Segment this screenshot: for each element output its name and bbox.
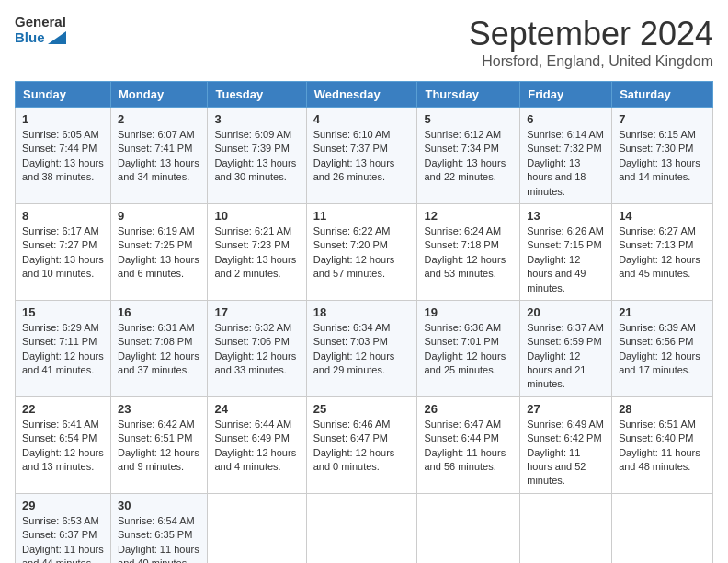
cell-content: Sunrise: 6:39 AMSunset: 6:56 PMDaylight:…	[619, 322, 700, 375]
calendar-week-row: 8 Sunrise: 6:17 AMSunset: 7:27 PMDayligh…	[16, 203, 713, 300]
cell-content: Sunrise: 6:24 AMSunset: 7:18 PMDaylight:…	[424, 225, 506, 279]
day-number: 20	[527, 305, 605, 319]
calendar-cell: 25 Sunrise: 6:46 AMSunset: 6:47 PMDaylig…	[306, 396, 417, 493]
weekday-header: Monday	[111, 82, 208, 108]
weekday-header: Thursday	[417, 82, 520, 108]
cell-content: Sunrise: 6:51 AMSunset: 6:40 PMDaylight:…	[619, 419, 700, 472]
logo-blue: Blue	[15, 30, 66, 46]
cell-content: Sunrise: 6:10 AMSunset: 7:37 PMDaylight:…	[313, 129, 395, 182]
calendar-cell: 29 Sunrise: 6:53 AMSunset: 6:37 PMDaylig…	[16, 493, 111, 563]
day-number: 25	[313, 402, 411, 416]
day-number: 26	[424, 402, 513, 416]
weekday-header-row: SundayMondayTuesdayWednesdayThursdayFrid…	[16, 82, 713, 108]
cell-content: Sunrise: 6:27 AMSunset: 7:13 PMDaylight:…	[619, 225, 700, 279]
calendar-cell: 26 Sunrise: 6:47 AMSunset: 6:44 PMDaylig…	[417, 396, 520, 493]
weekday-header: Sunday	[16, 82, 111, 108]
calendar-cell: 6 Sunrise: 6:14 AMSunset: 7:32 PMDayligh…	[520, 108, 612, 204]
weekday-header: Friday	[520, 82, 612, 108]
day-number: 10	[214, 209, 299, 223]
calendar-cell: 15 Sunrise: 6:29 AMSunset: 7:11 PMDaylig…	[16, 300, 111, 396]
day-number: 15	[22, 305, 104, 319]
cell-content: Sunrise: 6:34 AMSunset: 7:03 PMDaylight:…	[313, 322, 395, 375]
day-number: 4	[313, 112, 411, 126]
calendar-cell: 11 Sunrise: 6:22 AMSunset: 7:20 PMDaylig…	[306, 203, 417, 300]
cell-content: Sunrise: 6:53 AMSunset: 6:37 PMDaylight:…	[22, 515, 104, 563]
cell-content: Sunrise: 6:31 AMSunset: 7:08 PMDaylight:…	[118, 322, 199, 375]
calendar-cell: 1 Sunrise: 6:05 AMSunset: 7:44 PMDayligh…	[16, 108, 111, 204]
svg-marker-0	[48, 31, 66, 44]
calendar-cell: 23 Sunrise: 6:42 AMSunset: 6:51 PMDaylig…	[111, 396, 208, 493]
cell-content: Sunrise: 6:21 AMSunset: 7:23 PMDaylight:…	[214, 225, 296, 279]
day-number: 16	[118, 305, 200, 319]
calendar-cell	[417, 493, 520, 563]
cell-content: Sunrise: 6:26 AMSunset: 7:15 PMDaylight:…	[527, 225, 604, 293]
calendar-cell: 2 Sunrise: 6:07 AMSunset: 7:41 PMDayligh…	[111, 108, 208, 204]
day-number: 24	[214, 402, 299, 416]
header: General Blue September 2024 Horsford, En…	[15, 15, 713, 70]
day-number: 12	[424, 209, 513, 223]
title-area: September 2024 Horsford, England, United…	[469, 15, 713, 70]
cell-content: Sunrise: 6:09 AMSunset: 7:39 PMDaylight:…	[214, 129, 296, 182]
day-number: 1	[22, 112, 104, 126]
cell-content: Sunrise: 6:49 AMSunset: 6:42 PMDaylight:…	[527, 419, 604, 487]
day-number: 5	[424, 112, 513, 126]
calendar-cell	[306, 493, 417, 563]
day-number: 14	[619, 209, 706, 223]
cell-content: Sunrise: 6:05 AMSunset: 7:44 PMDaylight:…	[22, 129, 104, 182]
calendar-cell: 30 Sunrise: 6:54 AMSunset: 6:35 PMDaylig…	[111, 493, 208, 563]
day-number: 29	[22, 499, 104, 512]
day-number: 28	[619, 402, 706, 416]
calendar-cell: 13 Sunrise: 6:26 AMSunset: 7:15 PMDaylig…	[520, 203, 612, 300]
calendar-week-row: 29 Sunrise: 6:53 AMSunset: 6:37 PMDaylig…	[16, 493, 713, 563]
cell-content: Sunrise: 6:46 AMSunset: 6:47 PMDaylight:…	[313, 419, 395, 472]
cell-content: Sunrise: 6:14 AMSunset: 7:32 PMDaylight:…	[527, 129, 604, 197]
cell-content: Sunrise: 6:36 AMSunset: 7:01 PMDaylight:…	[424, 322, 506, 375]
day-number: 8	[22, 209, 104, 223]
calendar-cell: 27 Sunrise: 6:49 AMSunset: 6:42 PMDaylig…	[520, 396, 612, 493]
day-number: 18	[313, 305, 411, 319]
calendar-cell: 14 Sunrise: 6:27 AMSunset: 7:13 PMDaylig…	[612, 203, 713, 300]
calendar-cell: 19 Sunrise: 6:36 AMSunset: 7:01 PMDaylig…	[417, 300, 520, 396]
calendar-cell: 3 Sunrise: 6:09 AMSunset: 7:39 PMDayligh…	[208, 108, 306, 204]
calendar-table: SundayMondayTuesdayWednesdayThursdayFrid…	[15, 81, 713, 563]
cell-content: Sunrise: 6:12 AMSunset: 7:34 PMDaylight:…	[424, 129, 506, 182]
weekday-header: Wednesday	[306, 82, 417, 108]
cell-content: Sunrise: 6:41 AMSunset: 6:54 PMDaylight:…	[22, 419, 104, 472]
day-number: 2	[118, 112, 200, 126]
calendar-week-row: 1 Sunrise: 6:05 AMSunset: 7:44 PMDayligh…	[16, 108, 713, 204]
cell-content: Sunrise: 6:15 AMSunset: 7:30 PMDaylight:…	[619, 129, 700, 182]
logo-arrow-icon	[48, 31, 66, 44]
calendar-cell: 16 Sunrise: 6:31 AMSunset: 7:08 PMDaylig…	[111, 300, 208, 396]
cell-content: Sunrise: 6:22 AMSunset: 7:20 PMDaylight:…	[313, 225, 395, 279]
day-number: 22	[22, 402, 104, 416]
cell-content: Sunrise: 6:54 AMSunset: 6:35 PMDaylight:…	[118, 515, 199, 563]
calendar-cell: 10 Sunrise: 6:21 AMSunset: 7:23 PMDaylig…	[208, 203, 306, 300]
calendar-cell: 12 Sunrise: 6:24 AMSunset: 7:18 PMDaylig…	[417, 203, 520, 300]
cell-content: Sunrise: 6:17 AMSunset: 7:27 PMDaylight:…	[22, 225, 104, 279]
calendar-cell	[612, 493, 713, 563]
calendar-cell: 18 Sunrise: 6:34 AMSunset: 7:03 PMDaylig…	[306, 300, 417, 396]
cell-content: Sunrise: 6:37 AMSunset: 6:59 PMDaylight:…	[527, 322, 604, 390]
calendar-cell: 21 Sunrise: 6:39 AMSunset: 6:56 PMDaylig…	[612, 300, 713, 396]
day-number: 13	[527, 209, 605, 223]
location-title: Horsford, England, United Kingdom	[469, 53, 713, 70]
calendar-cell	[208, 493, 306, 563]
day-number: 27	[527, 402, 605, 416]
calendar-cell: 8 Sunrise: 6:17 AMSunset: 7:27 PMDayligh…	[16, 203, 111, 300]
day-number: 30	[118, 499, 200, 512]
weekday-header: Tuesday	[208, 82, 306, 108]
calendar-cell: 7 Sunrise: 6:15 AMSunset: 7:30 PMDayligh…	[612, 108, 713, 204]
calendar-cell: 28 Sunrise: 6:51 AMSunset: 6:40 PMDaylig…	[612, 396, 713, 493]
calendar-cell: 5 Sunrise: 6:12 AMSunset: 7:34 PMDayligh…	[417, 108, 520, 204]
day-number: 9	[118, 209, 200, 223]
cell-content: Sunrise: 6:07 AMSunset: 7:41 PMDaylight:…	[118, 129, 199, 182]
day-number: 19	[424, 305, 513, 319]
calendar-cell: 4 Sunrise: 6:10 AMSunset: 7:37 PMDayligh…	[306, 108, 417, 204]
cell-content: Sunrise: 6:32 AMSunset: 7:06 PMDaylight:…	[214, 322, 296, 375]
day-number: 23	[118, 402, 200, 416]
cell-content: Sunrise: 6:19 AMSunset: 7:25 PMDaylight:…	[118, 225, 199, 279]
day-number: 3	[214, 112, 299, 126]
calendar-cell	[520, 493, 612, 563]
calendar-cell: 17 Sunrise: 6:32 AMSunset: 7:06 PMDaylig…	[208, 300, 306, 396]
calendar-cell: 20 Sunrise: 6:37 AMSunset: 6:59 PMDaylig…	[520, 300, 612, 396]
